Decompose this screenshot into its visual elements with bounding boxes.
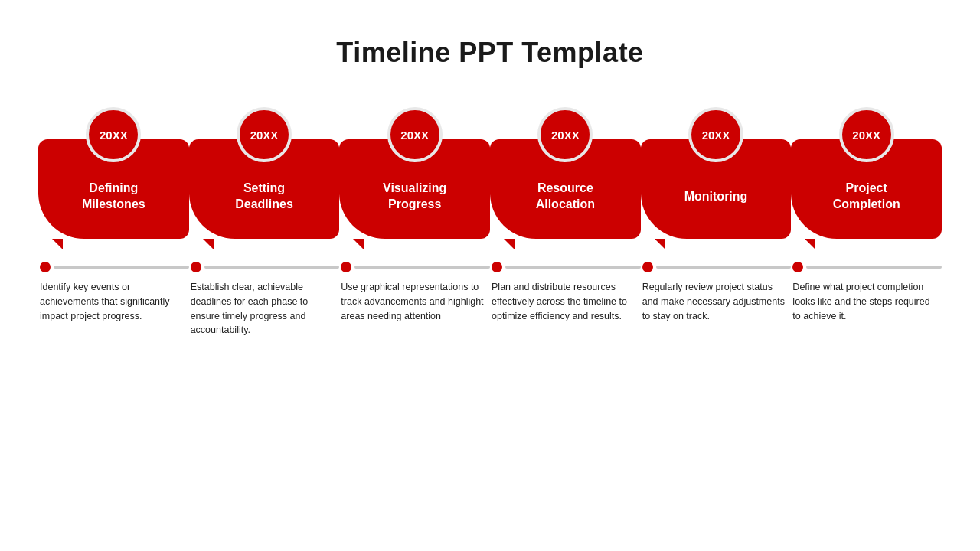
year-badge: 20XX — [387, 107, 443, 162]
timeline-item: 20XXDefining MilestonesIdentify key even… — [38, 107, 189, 323]
timeline-line — [354, 266, 490, 269]
card-title: Monitoring — [684, 189, 748, 205]
card-title: Setting Deadlines — [235, 181, 293, 213]
timeline-item: 20XXProject CompletionDefine what projec… — [791, 107, 942, 323]
timeline-line — [505, 266, 641, 269]
timeline-item: 20XXSetting DeadlinesEstablish clear, ac… — [189, 107, 340, 337]
timeline-container: 20XXDefining MilestonesIdentify key even… — [38, 107, 942, 337]
timeline-dot — [492, 262, 502, 272]
timeline-item: 20XXMonitoringRegularly review project s… — [641, 107, 792, 323]
timeline-dot — [792, 262, 803, 272]
year-badge: 20XX — [688, 107, 743, 162]
timeline-line — [656, 266, 792, 269]
year-badge: 20XX — [86, 107, 141, 162]
card-title: Project Completion — [833, 181, 900, 213]
description-text: Identify key events or achievements that… — [38, 280, 189, 323]
timeline-item: 20XXResource AllocationPlan and distribu… — [490, 107, 641, 323]
timeline-dot — [341, 262, 351, 272]
timeline-line — [806, 266, 942, 269]
timeline-item: 20XXVisualizing ProgressUse graphical re… — [339, 107, 490, 323]
year-badge: 20XX — [839, 107, 894, 162]
year-badge: 20XX — [537, 107, 593, 162]
description-text: Define what project completion looks lik… — [791, 280, 942, 323]
description-text: Regularly review project status and make… — [641, 280, 792, 323]
card-title: Visualizing Progress — [383, 181, 446, 213]
timeline-dot — [40, 262, 51, 272]
year-badge: 20XX — [237, 107, 292, 162]
card-title: Defining Milestones — [82, 181, 145, 213]
timeline-dot — [191, 262, 201, 272]
description-text: Establish clear, achievable deadlines fo… — [189, 280, 340, 337]
timeline-dot — [642, 262, 653, 272]
page-title: Timeline PPT Template — [336, 37, 643, 69]
timeline-line — [204, 266, 340, 269]
timeline-line — [54, 266, 189, 269]
description-text: Plan and distribute resources effectivel… — [490, 280, 641, 323]
description-text: Use graphical representations to track a… — [339, 280, 490, 323]
card-title: Resource Allocation — [536, 181, 595, 213]
